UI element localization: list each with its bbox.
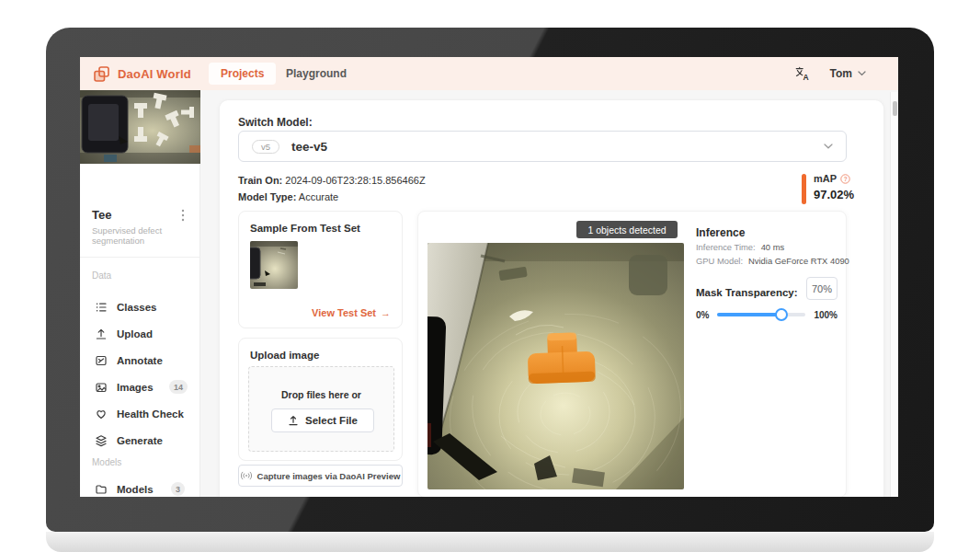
mask-slider[interactable] (717, 313, 805, 316)
model-name: tee-v5 (291, 140, 812, 154)
capture-icon (241, 471, 252, 480)
page: DaoAI World Projects Playground A Tom (0, 0, 980, 552)
translate-icon[interactable]: A (794, 66, 810, 81)
health-check-icon (95, 408, 108, 420)
detection-card: 1 objects detected (417, 211, 847, 497)
project-thumbnail[interactable] (80, 90, 200, 164)
inference-time-value: 40 ms (761, 242, 785, 252)
train-on-value: 2024-09-06T23:28:15.856466Z (285, 175, 425, 186)
section-label-data: Data (92, 270, 111, 281)
mask-slider-handle[interactable] (775, 308, 788, 321)
section-label-models: Models (92, 457, 121, 467)
images-icon (95, 381, 108, 394)
select-file-upload-icon (288, 415, 299, 426)
model-version-badge: v5 (252, 140, 279, 154)
sidebar-item-health-check[interactable]: Health Check (80, 402, 200, 426)
select-file-button[interactable]: Select File (271, 408, 374, 432)
content-card: Switch Model: v5 tee-v5 Train On: 2024-0… (219, 99, 884, 497)
svg-text:A: A (803, 73, 808, 81)
chevron-down-icon (858, 71, 866, 76)
sidebar-item-classes[interactable]: Classes (80, 295, 200, 319)
model-type-value: Accurate (299, 191, 338, 202)
inference-panel: Inference Inference Time: 40 ms GPU Mode… (696, 226, 838, 484)
detection-image[interactable] (427, 243, 684, 489)
annotate-icon (95, 354, 108, 367)
map-accent-bar (802, 174, 806, 204)
view-test-set-link[interactable]: View Test Set→ (312, 307, 391, 318)
brand[interactable]: DaoAI World (93, 65, 191, 83)
test-set-thumbnail[interactable] (250, 241, 298, 289)
project-description: Supervised defect segmentation (92, 225, 186, 246)
daoai-logo-icon (93, 65, 110, 83)
mask-transparency-input[interactable]: 70% (806, 277, 838, 300)
upload-icon (95, 328, 108, 340)
train-on-label: Train On: (238, 175, 282, 186)
scrollbar-thumb[interactable] (893, 101, 897, 116)
laptop-base (46, 532, 934, 552)
brand-name: DaoAI World (118, 67, 191, 81)
classes-icon (95, 301, 108, 314)
help-icon[interactable]: ? (840, 174, 850, 184)
switch-model-label: Switch Model: (238, 116, 313, 129)
gpu-model-value: Nvidia GeForce RTX 4090 (748, 256, 849, 266)
gpu-model-label: GPU Model: (696, 256, 743, 266)
project-name: Tee (92, 208, 111, 222)
file-dropzone[interactable]: Drop files here or Select File (248, 366, 394, 452)
sidebar: Tee Supervised defect segmentation Data … (80, 90, 200, 497)
inference-title: Inference (696, 226, 745, 239)
map-label: mAP (814, 173, 837, 184)
model-type-label: Model Type: (238, 191, 296, 202)
inference-time-label: Inference Time: (696, 242, 756, 252)
capture-preview-button[interactable]: Capture images via DaoAI Preview (238, 465, 403, 487)
tab-projects[interactable]: Projects (209, 63, 276, 85)
models-folder-icon (95, 483, 108, 496)
user-menu[interactable]: Tom (830, 67, 866, 80)
arrow-right-icon: → (381, 307, 391, 318)
test-set-card: Sample From Test Set (238, 211, 403, 328)
scrollbar[interactable] (890, 92, 898, 497)
test-set-title: Sample From Test Set (250, 223, 360, 234)
main-content: Switch Model: v5 tee-v5 Train On: 2024-0… (200, 90, 898, 497)
mask-slider-row: 0% 100% (696, 307, 838, 322)
top-navbar: DaoAI World Projects Playground A Tom (80, 57, 898, 90)
drop-text: Drop files here or (249, 389, 393, 400)
user-name: Tom (830, 67, 852, 80)
mask-transparency-label: Mask Transparency: (696, 282, 798, 304)
tab-playground[interactable]: Playground (279, 63, 354, 85)
sidebar-item-annotate[interactable]: Annotate (80, 349, 200, 373)
sidebar-item-upload[interactable]: Upload (80, 322, 200, 346)
objects-detected-badge: 1 objects detected (576, 221, 678, 238)
model-meta: Train On: 2024-09-06T23:28:15.856466Z Mo… (238, 173, 426, 205)
images-count-badge: 14 (169, 380, 188, 394)
upload-card: Upload image Drop files here or Select F… (238, 338, 403, 461)
divider (80, 257, 200, 258)
model-select-dropdown[interactable]: v5 tee-v5 (238, 131, 847, 162)
slider-min-label: 0% (696, 310, 709, 320)
sidebar-item-generate[interactable]: Generate (80, 429, 200, 453)
upload-title: Upload image (250, 350, 319, 361)
slider-max-label: 100% (814, 310, 838, 320)
models-count-badge: 3 (171, 482, 185, 496)
generate-icon (95, 434, 108, 447)
app-screen: DaoAI World Projects Playground A Tom (80, 57, 898, 497)
svg-text:?: ? (844, 176, 848, 182)
kebab-menu-icon[interactable] (176, 208, 190, 223)
mask-slider-fill (717, 313, 781, 316)
map-value: 97.02% (814, 188, 854, 201)
chevron-down-icon (824, 144, 833, 149)
